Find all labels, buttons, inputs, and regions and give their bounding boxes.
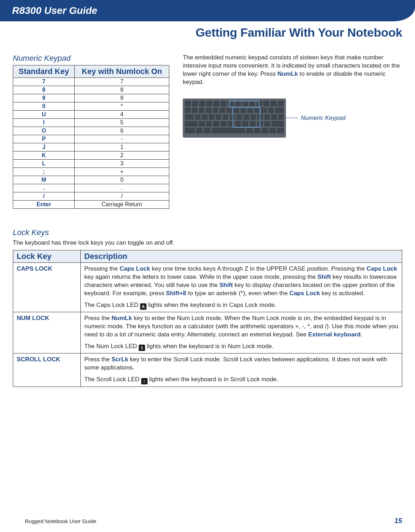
keyword: Caps Lock — [289, 290, 320, 297]
cell-standard-key: I — [13, 119, 75, 127]
col-header-lock-key: Lock Key — [13, 250, 81, 263]
cell-lock-key-description: Press the NumLk key to enter the Num Loc… — [81, 312, 402, 353]
cell-numlock-key: + — [75, 168, 169, 176]
doc-header: R8300 User Guide — [0, 0, 415, 21]
callout-label-numeric-keypad: Numeric Keypad — [301, 115, 346, 122]
table-row: O6 — [13, 127, 169, 135]
table-row: J1 — [13, 143, 169, 151]
keyword: Caps Lock — [119, 265, 150, 272]
cell-standard-key: 9 — [13, 94, 75, 102]
table-row: M0 — [13, 176, 169, 184]
footer-doc-name: Rugged Notebook User Guide — [25, 518, 96, 524]
cell-standard-key: ; — [13, 168, 75, 176]
table-row: P- — [13, 135, 169, 143]
page-footer: Rugged Notebook User Guide 15 — [0, 517, 415, 525]
keyword-numlk: NumLk — [277, 70, 298, 77]
led-icon: A — [140, 303, 147, 310]
cell-lock-key-name: CAPS LOCK — [13, 263, 81, 312]
cell-numlock-key: 8 — [75, 86, 169, 94]
col-header-standard-key: Standard Key — [13, 65, 75, 78]
lock-keys-intro: The keyboard has three lock keys you can… — [13, 239, 402, 246]
led-icon: ↕ — [141, 378, 148, 384]
table-row: U4 — [13, 111, 169, 119]
cell-standard-key: / — [13, 192, 75, 201]
table-row: // — [13, 192, 169, 201]
keyword: Shift — [318, 273, 331, 280]
keyword: Shift — [219, 282, 233, 288]
table-row: 88 — [13, 86, 169, 94]
table-row: 99 — [13, 94, 169, 102]
cell-lock-key-name: NUM LOCK — [13, 312, 81, 353]
cell-numlock-key: / — [75, 192, 169, 201]
table-row: NUM LOCKPress the NumLk key to enter the… — [13, 312, 402, 353]
numeric-keypad-table: Standard Key Key with Numlock On 7788990… — [13, 65, 169, 209]
section-title-numeric-keypad: Numeric Keypad — [13, 54, 169, 63]
cell-lock-key-description: Pressing the Caps Lock key one time lock… — [81, 263, 402, 312]
cell-standard-key: 8 — [13, 86, 75, 94]
page-number: 15 — [394, 517, 402, 525]
section-title-lock-keys: Lock Keys — [13, 228, 402, 237]
table-row: ;+ — [13, 168, 169, 176]
cell-numlock-key: 6 — [75, 127, 169, 135]
cell-standard-key: O — [13, 127, 75, 135]
table-row: .. — [13, 184, 169, 192]
numeric-keypad-paragraph: The embedded numeric keypad consists of … — [183, 54, 402, 86]
cell-numlock-key: 7 — [75, 78, 169, 86]
cell-numlock-key: 0 — [75, 176, 169, 184]
table-row: 0* — [13, 102, 169, 111]
cell-standard-key: L — [13, 160, 75, 168]
cell-numlock-key: 4 — [75, 111, 169, 119]
table-row: L3 — [13, 160, 169, 168]
cell-numlock-key: 3 — [75, 160, 169, 168]
keyword: ScrLk — [112, 356, 128, 363]
cell-standard-key: M — [13, 176, 75, 184]
cell-standard-key: . — [13, 184, 75, 192]
col-header-numlock-on: Key with Numlock On — [75, 65, 169, 78]
table-row: 77 — [13, 78, 169, 86]
keyword: Shift+8 — [166, 290, 186, 297]
cell-standard-key: Enter — [13, 201, 75, 209]
keyboard-figure: Numeric Keypad — [183, 99, 402, 138]
cell-standard-key: 7 — [13, 78, 75, 86]
keyword: External keyboard — [308, 331, 361, 338]
keyword: Caps Lock — [367, 265, 397, 272]
table-row: K2 — [13, 151, 169, 160]
cell-numlock-key: - — [75, 135, 169, 143]
table-row: SCROLL LOCKPress the ScrLk key to enter … — [13, 353, 402, 387]
lock-keys-table: Lock Key Description CAPS LOCKPressing t… — [13, 250, 402, 387]
keyboard-illustration — [183, 99, 286, 138]
chapter-title: Getting Familiar With Your Notebook — [0, 21, 415, 39]
cell-lock-key-description: Press the ScrLk key to enter the Scroll … — [81, 353, 402, 387]
cell-standard-key: U — [13, 111, 75, 119]
doc-title: R8300 User Guide — [12, 5, 97, 16]
cell-numlock-key: 9 — [75, 94, 169, 102]
table-row: EnterCarriage Return — [13, 201, 169, 209]
cell-numlock-key: 5 — [75, 119, 169, 127]
cell-numlock-key: 1 — [75, 143, 169, 151]
cell-standard-key: 0 — [13, 102, 75, 111]
col-header-description: Description — [81, 250, 402, 263]
cell-standard-key: J — [13, 143, 75, 151]
cell-standard-key: P — [13, 135, 75, 143]
cell-numlock-key: * — [75, 102, 169, 111]
table-row: I5 — [13, 119, 169, 127]
cell-lock-key-name: SCROLL LOCK — [13, 353, 81, 387]
cell-numlock-key: . — [75, 184, 169, 192]
cell-numlock-key: 2 — [75, 151, 169, 160]
led-icon: 1 — [139, 345, 145, 351]
table-row: CAPS LOCKPressing the Caps Lock key one … — [13, 263, 402, 312]
callout-leader-line — [284, 118, 298, 118]
cell-numlock-key: Carriage Return — [75, 201, 169, 209]
cell-standard-key: K — [13, 151, 75, 160]
keyword: NumLk — [112, 315, 132, 321]
